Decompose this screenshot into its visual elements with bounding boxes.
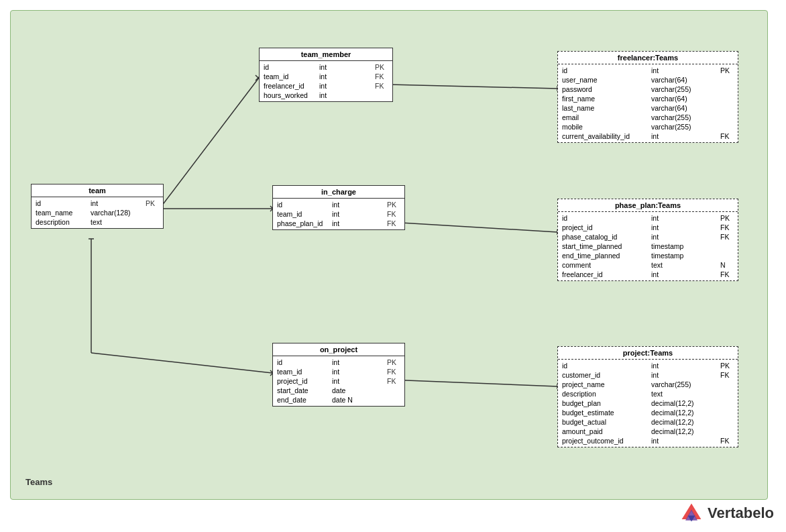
table-project-teams: project:Teams id int PK customer_id int … xyxy=(557,346,738,447)
table-team-member: team_member id int PK team_id int FK fre… xyxy=(259,48,393,102)
table-row: project_id int FK xyxy=(558,223,738,232)
table-row: id int PK xyxy=(32,199,163,208)
table-row: budget_plan decimal(12,2) xyxy=(558,398,738,408)
table-row: project_outcome_id int FK xyxy=(558,436,738,445)
svg-line-0 xyxy=(160,78,259,209)
table-row: hours_worked int xyxy=(260,91,392,100)
vertabelo-text: Vertabelo xyxy=(708,504,774,522)
table-on-project-title: on_project xyxy=(273,343,404,356)
table-row: start_date date xyxy=(273,386,404,395)
table-row: freelancer_id int FK xyxy=(260,81,392,91)
table-row: freelancer_id int FK xyxy=(558,270,738,279)
table-row: id int PK xyxy=(558,361,738,370)
table-row: customer_id int FK xyxy=(558,370,738,380)
table-freelancer-teams: freelancer:Teams id int PK user_name var… xyxy=(557,51,738,143)
svg-line-17 xyxy=(91,353,272,373)
table-row: email varchar(255) xyxy=(558,113,738,122)
table-on-project-body: id int PK team_id int FK project_id int … xyxy=(273,356,404,406)
table-row: id int PK xyxy=(273,200,404,209)
table-freelancer-teams-title: freelancer:Teams xyxy=(558,52,738,64)
table-phase-plan-teams-body: id int PK project_id int FK phase_catalo… xyxy=(558,212,738,280)
table-row: user_name varchar(64) xyxy=(558,75,738,85)
table-on-project: on_project id int PK team_id int FK proj… xyxy=(272,343,405,407)
table-row: budget_actual decimal(12,2) xyxy=(558,417,738,427)
table-row: id int PK xyxy=(558,213,738,223)
table-row: comment text N xyxy=(558,260,738,270)
table-team-member-body: id int PK team_id int FK freelancer_id i… xyxy=(260,61,392,101)
vertabelo-logo: Vertabelo xyxy=(679,501,774,525)
table-row: team_id int FK xyxy=(273,209,404,219)
svg-line-12 xyxy=(390,222,557,232)
table-row: end_date date N xyxy=(273,395,404,405)
table-row: first_name varchar(64) xyxy=(558,94,738,103)
table-row: project_name varchar(255) xyxy=(558,380,738,389)
table-in-charge-body: id int PK team_id int FK phase_plan_id i… xyxy=(273,199,404,229)
diagram-area: team_member id int PK team_id int FK fre… xyxy=(10,10,768,500)
table-team: team id int PK team_name varchar(128) de… xyxy=(31,184,164,229)
table-project-teams-title: project:Teams xyxy=(558,347,738,360)
table-row: password varchar(255) xyxy=(558,85,738,94)
table-row: start_time_planned timestamp xyxy=(558,242,738,251)
table-team-member-title: team_member xyxy=(260,48,392,61)
table-team-body: id int PK team_name varchar(128) descrip… xyxy=(32,197,163,228)
table-row: project_id int FK xyxy=(273,376,404,386)
table-row: amount_paid decimal(12,2) xyxy=(558,427,738,436)
table-row: team_id int FK xyxy=(260,72,392,81)
table-row: phase_plan_id int FK xyxy=(273,219,404,228)
table-row: id int PK xyxy=(273,358,404,367)
table-in-charge: in_charge id int PK team_id int FK phase… xyxy=(272,185,405,230)
table-row: budget_estimate decimal(12,2) xyxy=(558,408,738,417)
table-row: current_availability_id int FK xyxy=(558,131,738,141)
table-row: team_id int FK xyxy=(273,367,404,376)
diagram-label: Teams xyxy=(25,477,52,487)
table-row: last_name varchar(64) xyxy=(558,103,738,113)
table-row: id int PK xyxy=(260,62,392,72)
table-phase-plan-teams-title: phase_plan:Teams xyxy=(558,199,738,212)
table-freelancer-teams-body: id int PK user_name varchar(64) password… xyxy=(558,64,738,142)
table-row: mobile varchar(255) xyxy=(558,122,738,131)
canvas: team_member id int PK team_id int FK fre… xyxy=(0,0,786,532)
table-row: team_name varchar(128) xyxy=(32,208,163,217)
svg-line-4 xyxy=(390,85,557,89)
table-phase-plan-teams: phase_plan:Teams id int PK project_id in… xyxy=(557,199,738,281)
table-row: end_time_planned timestamp xyxy=(558,251,738,260)
vertabelo-icon xyxy=(679,501,704,525)
table-project-teams-body: id int PK customer_id int FK project_nam… xyxy=(558,360,738,447)
table-row: description text xyxy=(32,217,163,227)
table-in-charge-title: in_charge xyxy=(273,186,404,199)
table-row: description text xyxy=(558,389,738,398)
table-row: phase_catalog_id int FK xyxy=(558,232,738,242)
table-team-title: team xyxy=(32,184,163,197)
svg-line-21 xyxy=(390,380,557,386)
table-row: id int PK xyxy=(558,66,738,75)
